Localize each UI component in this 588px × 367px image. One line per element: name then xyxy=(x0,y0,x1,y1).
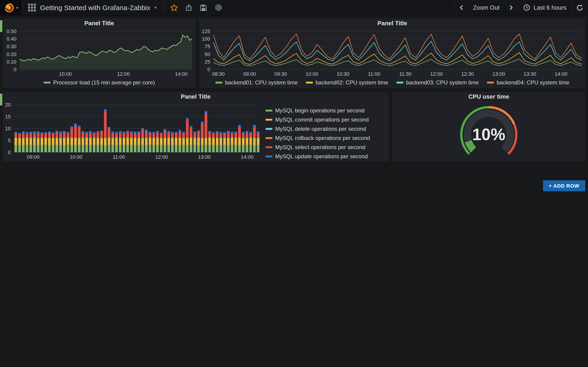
time-shift-back-button[interactable] xyxy=(454,0,468,15)
series-color-swatch xyxy=(216,82,222,83)
panel-processor-load: Panel Title 10:0012:0014:0000.100.200.30… xyxy=(3,18,196,88)
caret-down-icon: ▾ xyxy=(16,5,18,10)
add-row-button[interactable]: + ADD ROW xyxy=(543,180,585,191)
series-color-swatch xyxy=(266,119,272,121)
refresh-icon xyxy=(576,4,583,11)
svg-text:13:00: 13:00 xyxy=(493,71,505,77)
panel-title[interactable]: Panel Title xyxy=(3,92,389,102)
share-icon xyxy=(185,4,192,11)
save-icon xyxy=(200,4,207,11)
legend-series-label: Processor load (15 min average per core) xyxy=(53,79,155,86)
svg-text:12:30: 12:30 xyxy=(461,71,474,77)
legend-item[interactable]: Processor load (15 min average per core) xyxy=(44,79,155,86)
svg-text:10: 10 xyxy=(5,126,10,131)
chevron-left-icon xyxy=(459,5,464,10)
navbar: ▾ Getting Started with Grafana-Zabbix ▾ xyxy=(0,0,588,16)
time-range-picker-button[interactable]: Last 6 hours xyxy=(519,0,571,15)
svg-text:14:00: 14:00 xyxy=(555,71,567,77)
legend-item[interactable]: backend04: CPU system time xyxy=(487,79,569,86)
svg-text:14:00: 14:00 xyxy=(241,154,254,160)
mysql-operations-chart: 09:0010:0011:0012:0013:0014:0005101520 xyxy=(3,102,264,161)
svg-text:10:00: 10:00 xyxy=(59,71,72,77)
save-dashboard-button[interactable] xyxy=(197,0,210,15)
dashboard-settings-button[interactable] xyxy=(211,0,225,15)
time-shift-forward-button[interactable] xyxy=(504,0,519,15)
gear-icon xyxy=(214,4,222,11)
svg-text:0.10: 0.10 xyxy=(7,59,17,65)
svg-text:15: 15 xyxy=(5,114,10,119)
clock-icon xyxy=(523,4,530,11)
legend-item[interactable]: MySQL select operations per second xyxy=(266,144,365,150)
grafana-logo-icon xyxy=(4,2,15,13)
legend-series-label: backend03: CPU system time xyxy=(406,79,479,86)
svg-text:14:00: 14:00 xyxy=(175,71,188,77)
share-dashboard-button[interactable] xyxy=(182,0,196,15)
svg-text:13:30: 13:30 xyxy=(523,71,536,77)
legend-series-label: backend04: CPU system time xyxy=(497,79,569,86)
chart-legend: MySQL begin operations per secondMySQL c… xyxy=(264,102,389,161)
series-color-swatch xyxy=(266,110,272,111)
svg-text:09:00: 09:00 xyxy=(243,71,256,77)
legend-series-label: backend02: CPU system time xyxy=(316,79,388,86)
panel-body: 09:0010:0011:0012:0013:0014:0005101520 M… xyxy=(3,102,389,161)
panel-title[interactable]: CPU user time xyxy=(392,92,585,102)
series-color-swatch xyxy=(266,128,272,130)
svg-text:11:00: 11:00 xyxy=(368,71,380,77)
svg-text:0: 0 xyxy=(14,67,16,72)
panel-cpu-system-time: Panel Title 08:3009:0009:3010:0010:3011:… xyxy=(199,18,585,88)
svg-text:125: 125 xyxy=(202,28,210,34)
zoom-out-button[interactable]: Zoom Out xyxy=(468,0,504,15)
svg-text:20: 20 xyxy=(5,102,10,108)
panel-title[interactable]: Panel Title xyxy=(199,18,585,28)
panel-mysql-operations: Panel Title 09:0010:0011:0012:0013:0014:… xyxy=(3,92,389,161)
svg-text:50: 50 xyxy=(205,51,210,57)
svg-text:0.20: 0.20 xyxy=(7,51,17,57)
svg-text:0: 0 xyxy=(8,150,11,155)
dashboard-picker-button[interactable]: Getting Started with Grafana-Zabbix ▾ xyxy=(23,0,164,15)
svg-text:0.50: 0.50 xyxy=(7,28,17,34)
svg-text:75: 75 xyxy=(205,44,210,49)
dashboard-title: Getting Started with Grafana-Zabbix xyxy=(40,4,150,11)
legend-item[interactable]: backend02: CPU system time xyxy=(306,79,388,86)
cpu-user-time-gauge: 10% xyxy=(392,102,585,161)
svg-text:09:30: 09:30 xyxy=(274,71,287,77)
legend-item[interactable]: MySQL update operations per second xyxy=(266,153,368,160)
legend-item[interactable]: MySQL commit operations per second xyxy=(266,117,369,123)
svg-text:100: 100 xyxy=(202,36,210,42)
star-dashboard-button[interactable] xyxy=(167,0,181,15)
svg-text:10:30: 10:30 xyxy=(337,71,349,77)
svg-text:11:00: 11:00 xyxy=(112,154,125,160)
time-controls: Zoom Out Last 6 hours xyxy=(454,0,588,15)
dashboard-canvas: Panel Title 10:0012:0014:0000.100.200.30… xyxy=(0,15,588,367)
panel-cpu-user-time: CPU user time 10% xyxy=(392,92,585,161)
svg-text:10:00: 10:00 xyxy=(69,154,82,160)
svg-text:10%: 10% xyxy=(472,125,505,144)
legend-item[interactable]: backend03: CPU system time xyxy=(397,79,479,86)
caret-down-icon: ▾ xyxy=(154,5,157,10)
svg-text:08:30: 08:30 xyxy=(212,71,225,77)
legend-series-label: MySQL delete operations per second xyxy=(275,126,366,132)
row-toggle-handle[interactable] xyxy=(0,94,2,106)
legend-item[interactable]: MySQL delete operations per second xyxy=(266,126,366,132)
legend-item[interactable]: MySQL rollback operations per second xyxy=(266,135,370,141)
svg-text:12:00: 12:00 xyxy=(430,71,443,77)
legend-item[interactable]: MySQL begin operations per second xyxy=(266,107,364,114)
legend-series-label: MySQL update operations per second xyxy=(275,153,368,160)
panel-title[interactable]: Panel Title xyxy=(3,18,196,28)
time-range-label: Last 6 hours xyxy=(534,4,566,11)
svg-text:12:00: 12:00 xyxy=(155,154,168,160)
series-color-swatch xyxy=(306,82,313,83)
dashboard-actions xyxy=(164,0,228,15)
svg-text:11:30: 11:30 xyxy=(399,71,411,77)
series-color-swatch xyxy=(266,137,272,139)
legend-item[interactable]: backend01: CPU system time xyxy=(216,79,298,86)
refresh-dashboard-button[interactable] xyxy=(571,0,588,15)
svg-text:12:00: 12:00 xyxy=(117,71,130,77)
legend-series-label: backend01: CPU system time xyxy=(225,79,298,86)
grafana-main-menu-button[interactable]: ▾ xyxy=(0,0,23,15)
svg-text:13:00: 13:00 xyxy=(198,154,211,160)
svg-text:0: 0 xyxy=(208,67,210,72)
zoom-out-label: Zoom Out xyxy=(473,4,500,11)
row-toggle-handle[interactable] xyxy=(0,20,2,32)
cpu-system-time-chart: 08:3009:0009:3010:0010:3011:0011:3012:00… xyxy=(199,28,585,78)
